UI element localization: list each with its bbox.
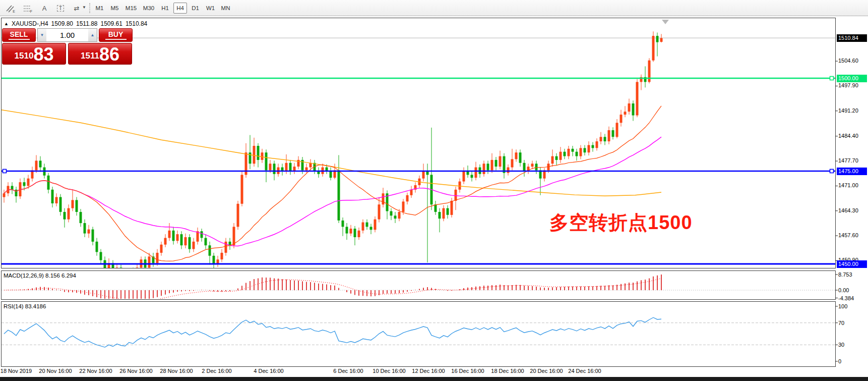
macd-signal-line xyxy=(4,279,661,301)
macd-axis-label: -4.384 xyxy=(838,295,867,301)
ma-slow-line xyxy=(1,110,661,196)
price-tick-label: 1491.20 xyxy=(838,107,867,114)
line-handle xyxy=(830,77,834,80)
rsi-axis-label: 0 xyxy=(838,358,867,364)
tab-timeframe-w1[interactable]: W1 xyxy=(204,3,217,14)
mt4-terminal: EFAT⇄▼M1M5M15M30H1H4D1W1MN ▲ XAUUSD-,H4 … xyxy=(0,0,868,381)
sell-price-handle: 1510 xyxy=(15,51,34,61)
price-tick-label: 1457.60 xyxy=(838,232,867,238)
time-tick-label: 4 Dec 16:00 xyxy=(254,368,283,374)
time-tick-label: 10 Dec 16:00 xyxy=(373,368,405,374)
buy-price-pips: 86 xyxy=(99,46,119,63)
time-tick-label: 26 Nov 16:00 xyxy=(119,368,152,374)
macd-axis-label: 0.00 xyxy=(838,287,867,293)
volume-stepper: ▼ ▲ xyxy=(37,28,97,42)
level-price-badge: 1475.00 xyxy=(837,168,867,175)
time-tick-label: 24 Dec 16:00 xyxy=(568,368,601,374)
level-price-badge: 1450.00 xyxy=(837,260,867,268)
rsi-line xyxy=(4,317,661,347)
rsi-label: RSI(14) 83.4186 xyxy=(4,303,46,309)
tab-timeframe-h4[interactable]: H4 xyxy=(173,3,187,14)
current-price-badge: 1510.84 xyxy=(837,34,867,42)
text-tool-icon[interactable]: A xyxy=(38,3,50,14)
price-tick-label: 1464.30 xyxy=(838,207,867,213)
line-handle xyxy=(830,170,834,173)
level-price-badge: 1500.00 xyxy=(837,75,867,82)
tool-dropdown-caret-icon[interactable]: ▼ xyxy=(82,5,88,12)
chart-text-annotation[interactable]: 多空转折点1500 xyxy=(549,210,693,236)
macd-axis-label: 8.753 xyxy=(838,271,867,278)
tab-timeframe-m1[interactable]: M1 xyxy=(93,3,106,14)
price-tick-label: 1471.00 xyxy=(838,182,867,188)
price-tick-label: 1484.40 xyxy=(838,133,867,139)
toolbar-separator xyxy=(89,3,90,13)
tab-timeframe-m30[interactable]: M30 xyxy=(141,3,157,14)
label-tool-icon[interactable]: T xyxy=(54,3,67,14)
sell-button[interactable]: SELL xyxy=(2,28,36,42)
volume-input[interactable] xyxy=(46,29,88,41)
buy-price-handle: 1511 xyxy=(81,51,99,61)
ohlc-open: 1509.80 xyxy=(51,20,73,27)
symbols-cycle-icon[interactable]: ⇄ xyxy=(71,3,83,14)
macd-label: MACD(12,26,9) 8.156 6.294 xyxy=(4,273,76,279)
tab-timeframe-mn[interactable]: MN xyxy=(219,3,232,14)
buy-button[interactable]: BUY xyxy=(99,28,133,42)
rsi-axis-label: 70 xyxy=(838,320,867,326)
candles xyxy=(3,31,663,295)
ohlc-low: 1509.61 xyxy=(101,20,122,27)
time-tick-label: 18 Nov 2019 xyxy=(1,368,32,374)
time-tick-label: 6 Dec 16:00 xyxy=(333,368,363,374)
sell-price-panel[interactable]: 1510 83 xyxy=(2,43,66,65)
time-tick-label: 12 Dec 16:00 xyxy=(412,368,445,374)
time-tick-label: 20 Nov 16:00 xyxy=(39,368,72,374)
line-handle xyxy=(3,170,7,173)
toolbar: EFAT⇄▼M1M5M15M30H1H4D1W1MN xyxy=(0,0,868,16)
ma-fast-line xyxy=(4,106,661,261)
tab-timeframe-h1[interactable]: H1 xyxy=(158,3,172,14)
tab-timeframe-m15[interactable]: M15 xyxy=(123,3,139,14)
chart-end-marker-icon xyxy=(662,20,669,24)
time-tick-label: 20 Dec 16:00 xyxy=(530,368,563,374)
rsi-axis-label: 100 xyxy=(838,303,867,309)
fibonacci-tool-icon[interactable]: F xyxy=(21,3,33,14)
window-bottom-edge xyxy=(0,377,868,381)
macd-histogram xyxy=(4,275,661,302)
volume-decrease-button[interactable]: ▼ xyxy=(38,29,46,41)
tab-timeframe-d1[interactable]: D1 xyxy=(189,3,202,14)
volume-increase-button[interactable]: ▲ xyxy=(88,29,97,41)
price-tick-label: 1477.70 xyxy=(838,157,867,164)
tab-timeframe-m5[interactable]: M5 xyxy=(108,3,121,14)
time-tick-label: 2 Dec 16:00 xyxy=(202,368,231,374)
time-tick-label: 16 Dec 16:00 xyxy=(451,368,484,374)
symbol-title: XAUUSD-,H4 xyxy=(12,20,48,27)
sell-price-pips: 83 xyxy=(33,46,53,63)
time-tick-label: 22 Nov 16:00 xyxy=(79,368,112,374)
collapse-trade-panel-icon[interactable]: ▲ xyxy=(4,21,9,26)
price-tick-label: 1497.90 xyxy=(838,82,867,88)
ohlc-high: 1511.88 xyxy=(76,20,98,27)
buy-price-panel[interactable]: 1511 86 xyxy=(68,43,132,65)
chart-symbol-header: ▲ XAUUSD-,H4 1509.80 1511.88 1509.61 151… xyxy=(4,20,147,27)
ohlc-close: 1510.84 xyxy=(126,20,147,27)
rsi-axis-label: 30 xyxy=(838,342,867,348)
one-click-trading-widget: SELL ▼ ▲ BUY 1510 83 1511 86 xyxy=(2,28,133,65)
time-tick-label: 28 Nov 16:00 xyxy=(160,368,193,374)
price-tick-label: 1504.60 xyxy=(838,58,867,64)
time-tick-label: 18 Dec 16:00 xyxy=(491,368,524,374)
equidistant-channel-icon[interactable]: E xyxy=(4,3,16,14)
